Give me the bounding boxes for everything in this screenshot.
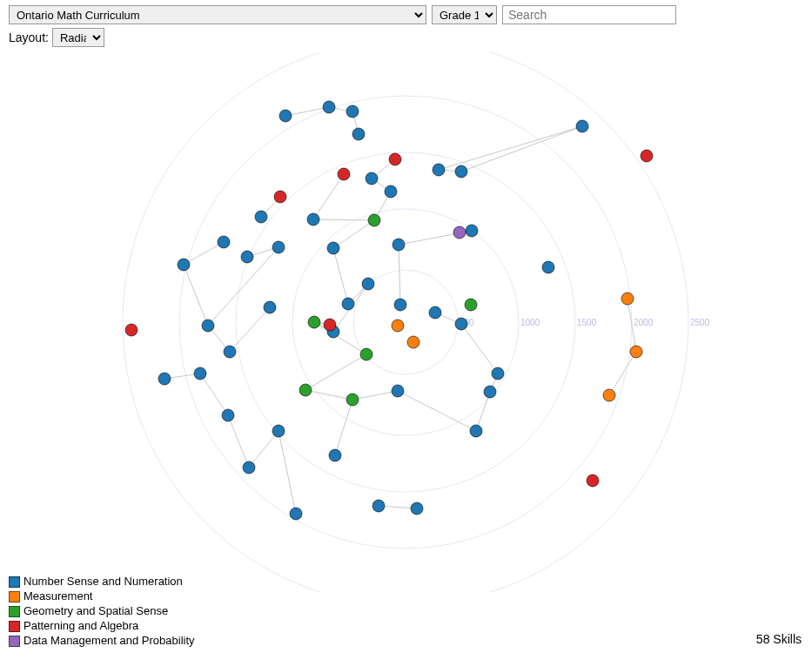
layout-bar: Layout: Radial — [0, 26, 812, 52]
skill-node[interactable] — [429, 306, 441, 319]
skill-node[interactable] — [372, 500, 385, 512]
skill-node[interactable] — [466, 225, 478, 237]
search-input[interactable] — [502, 5, 676, 24]
skill-node[interactable] — [603, 389, 615, 401]
skill-node[interactable] — [453, 226, 466, 239]
legend-swatch — [9, 621, 20, 632]
topbar: Ontario Math Curriculum Grade 1 — [0, 0, 812, 26]
skill-node[interactable] — [274, 191, 286, 203]
grade-select[interactable]: Grade 1 — [432, 5, 497, 24]
skill-node[interactable] — [125, 324, 138, 336]
skill-node[interactable] — [393, 239, 405, 251]
legend-label: Measurement — [23, 589, 92, 603]
skill-node[interactable] — [224, 346, 236, 358]
skill-node[interactable] — [272, 241, 285, 253]
skill-node[interactable] — [465, 299, 477, 311]
ring-label: 2500 — [690, 318, 710, 327]
skill-node[interactable] — [158, 373, 171, 385]
skill-node[interactable] — [222, 409, 234, 421]
graph-edge — [314, 322, 366, 354]
skill-node[interactable] — [346, 394, 359, 406]
graph-edge — [439, 126, 582, 170]
ring-label: 2000 — [634, 318, 654, 327]
skill-node[interactable] — [455, 165, 467, 178]
legend-row[interactable]: Measurement — [9, 589, 195, 603]
skill-node[interactable] — [392, 385, 404, 397]
skill-node[interactable] — [194, 367, 206, 380]
graph-edge — [461, 324, 498, 374]
graph-edge — [609, 352, 636, 395]
skill-node[interactable] — [307, 213, 319, 226]
legend-label: Patterning and Algebra — [23, 619, 138, 633]
skill-node[interactable] — [243, 461, 255, 474]
skill-node[interactable] — [407, 336, 419, 348]
skill-node[interactable] — [342, 298, 354, 310]
skill-count: 58 Skills — [756, 632, 802, 646]
graph-edge — [249, 431, 278, 468]
skill-node[interactable] — [241, 251, 253, 263]
skill-node[interactable] — [368, 214, 380, 226]
graph-edge — [399, 245, 400, 305]
skill-node[interactable] — [630, 346, 642, 358]
graph-canvas[interactable]: 5001000150020002500 — [0, 52, 812, 592]
legend-label: Geometry and Spatial Sense — [23, 604, 168, 618]
skill-node[interactable] — [641, 150, 653, 162]
legend-row[interactable]: Number Sense and Numeration — [9, 575, 195, 589]
skill-node[interactable] — [323, 101, 335, 113]
skill-node[interactable] — [346, 105, 359, 118]
skill-node[interactable] — [178, 259, 190, 271]
graph-edge — [228, 415, 249, 468]
skill-node[interactable] — [360, 348, 372, 360]
ring-label: 1000 — [520, 318, 540, 327]
legend-label: Number Sense and Numeration — [23, 575, 183, 589]
legend-row[interactable]: Geometry and Spatial Sense — [9, 604, 195, 618]
skill-node[interactable] — [366, 172, 378, 185]
skill-node[interactable] — [279, 110, 292, 122]
skill-node[interactable] — [411, 502, 423, 515]
graph-edge — [352, 391, 398, 400]
legend-swatch — [9, 576, 20, 588]
skill-node[interactable] — [264, 301, 276, 313]
skill-node[interactable] — [362, 278, 374, 290]
svg-point-3 — [179, 96, 632, 549]
skill-node[interactable] — [433, 164, 445, 176]
skill-node[interactable] — [394, 299, 406, 311]
skill-node[interactable] — [385, 185, 397, 198]
skill-node[interactable] — [324, 319, 336, 331]
skill-node[interactable] — [272, 425, 285, 437]
skill-node[interactable] — [392, 320, 404, 332]
skill-node[interactable] — [389, 153, 401, 165]
legend-swatch — [9, 636, 20, 647]
skill-node[interactable] — [308, 316, 320, 328]
graph-edge — [335, 400, 352, 455]
graph-edge — [333, 220, 374, 248]
skill-node[interactable] — [255, 211, 267, 223]
curriculum-select[interactable]: Ontario Math Curriculum — [9, 5, 426, 24]
skill-node[interactable] — [352, 128, 365, 140]
graph-edge — [305, 354, 366, 390]
ring-label: 1500 — [577, 318, 597, 327]
legend-row[interactable]: Patterning and Algebra — [9, 619, 195, 633]
legend-swatch — [9, 591, 20, 603]
skill-node[interactable] — [290, 508, 302, 520]
skill-node[interactable] — [576, 120, 588, 132]
skill-node[interactable] — [621, 293, 634, 305]
skill-node[interactable] — [218, 236, 230, 248]
legend-swatch — [9, 606, 20, 617]
skill-node[interactable] — [470, 425, 482, 437]
skill-node[interactable] — [587, 475, 599, 487]
legend-row[interactable]: Data Management and Probability — [9, 634, 195, 648]
graph-edge — [305, 390, 352, 400]
skill-node[interactable] — [329, 449, 341, 461]
skill-node[interactable] — [492, 367, 504, 380]
skill-node[interactable] — [484, 386, 496, 398]
layout-label: Layout: — [9, 30, 49, 44]
skill-node[interactable] — [338, 168, 350, 180]
skill-node[interactable] — [299, 384, 312, 396]
skill-node[interactable] — [327, 242, 339, 254]
skill-node[interactable] — [455, 318, 467, 330]
skill-node[interactable] — [542, 261, 554, 273]
graph-edge — [398, 391, 476, 431]
skill-node[interactable] — [202, 320, 214, 332]
layout-select[interactable]: Radial — [52, 28, 104, 47]
